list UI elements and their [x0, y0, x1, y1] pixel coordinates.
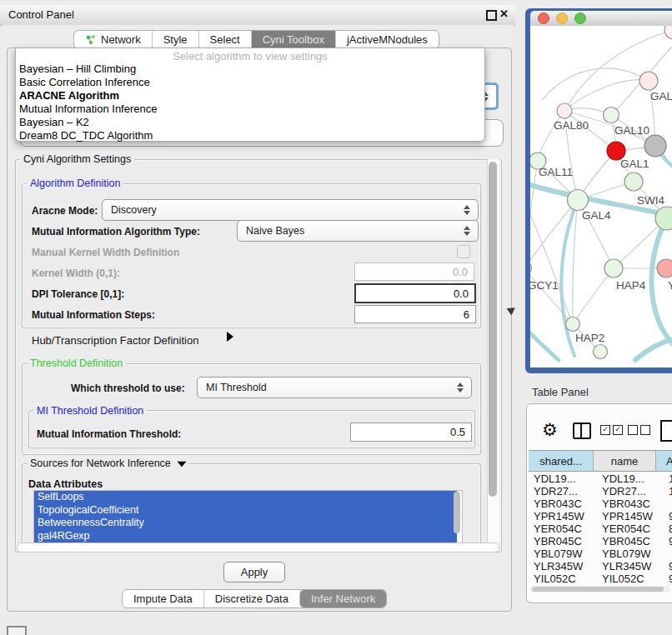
popup-item-bayesian-k2[interactable]: Bayesian – K2 — [19, 116, 478, 129]
data-attributes-list: SelfLoops TopologicalCoefficient Between… — [33, 490, 463, 545]
tab-style[interactable]: Style — [152, 31, 198, 48]
aracne-mode-combo[interactable]: Discovery — [102, 199, 479, 221]
table-row[interactable]: YER054C YER054C 8. — [529, 522, 672, 535]
table-row[interactable]: YBR045C YBR045C 9. — [529, 535, 672, 548]
cell: YBR043C — [529, 498, 597, 510]
tab-select[interactable]: Select — [198, 31, 251, 48]
close-icon[interactable]: ✕ — [499, 8, 509, 20]
label-gal1: GAL1 — [620, 158, 649, 170]
node-gal80[interactable] — [557, 103, 572, 118]
popup-placeholder: Select algorithm to view settings — [16, 50, 484, 62]
unchecked-pair-icon[interactable] — [628, 425, 650, 435]
manual-kernel-checkbox[interactable] — [457, 245, 470, 258]
cell: YER054C — [529, 522, 597, 535]
attr-item-topological[interactable]: TopologicalCoefficient — [34, 504, 457, 518]
node-cut-topright[interactable] — [664, 26, 672, 39]
col-header-name[interactable]: name — [594, 451, 656, 471]
table-row[interactable]: YDL19... YDL19... 13 — [529, 472, 672, 485]
tab-network-label: Network — [101, 33, 141, 46]
table-header-row: shared... name A — [529, 450, 672, 472]
label-gal4: GAL4 — [582, 209, 611, 222]
mi-steps-field[interactable]: 6 — [354, 305, 476, 323]
popup-item-basic-correlation[interactable]: Basic Correlation Inference — [19, 76, 478, 89]
network-window-titlebar[interactable] — [530, 11, 672, 26]
popup-item-aracne[interactable]: ARACNE Algorithm — [19, 89, 478, 102]
node-gcy1[interactable] — [530, 262, 532, 276]
popup-item-bayesian-hill[interactable]: Bayesian – Hill Climbing — [19, 62, 478, 76]
cell: YBL079W — [597, 548, 664, 560]
kernel-width-field[interactable]: 0.0 — [354, 262, 474, 281]
col-header-shared[interactable]: shared... — [529, 451, 594, 471]
unchecked-box-icon — [640, 425, 650, 435]
cell: YIL052C — [597, 572, 664, 583]
cell: 12 — [664, 485, 672, 498]
attr-item-betweenness[interactable]: BetweennessCentrality — [34, 517, 457, 530]
node-gal-pink[interactable] — [639, 72, 658, 90]
tab-cyni-toolbox[interactable]: Cyni Toolbox — [251, 31, 335, 48]
node-hap2[interactable] — [566, 318, 580, 332]
node-labels: GAL GAL80 GAL10 GAL1 GAL11 SWI4 GAL4 GCY… — [530, 90, 672, 344]
cell: YDR27... — [597, 485, 664, 498]
node-gray[interactable] — [644, 135, 666, 157]
table-row[interactable]: YBL079W YBL079W — [529, 548, 672, 560]
mi-threshold-field[interactable]: 0.5 — [350, 422, 472, 442]
label-swi4: SWI4 — [637, 194, 664, 207]
network-icon — [85, 34, 97, 45]
attr-item-selfloops[interactable]: SelfLoops — [34, 491, 457, 504]
table-hscrollbar-thumb[interactable] — [532, 587, 664, 592]
cell: 9. — [664, 510, 672, 522]
table-row[interactable]: YDR27... YDR27... 12 — [529, 485, 672, 498]
table-row[interactable]: YLR345W YLR345W 9. — [529, 560, 672, 572]
control-panel-titlebar — [0, 5, 515, 26]
attr-item-gal4rgexp[interactable]: gal4RGexp — [34, 530, 457, 543]
label-gcy1: GCY1 — [530, 279, 559, 292]
dock-square-icon[interactable] — [7, 626, 27, 635]
cell: 8. — [664, 522, 672, 535]
node-bottom[interactable] — [594, 345, 608, 359]
popup-item-mutual-information[interactable]: Mutual Information Inference — [19, 102, 478, 116]
expand-right-icon[interactable] — [227, 332, 233, 342]
table-row[interactable]: YPR145W YPR145W 9. — [529, 510, 672, 522]
tab-discretize-data[interactable]: Discretize Data — [203, 590, 299, 608]
tab-network[interactable]: Network — [74, 31, 152, 48]
attr-list-vscrollbar-thumb[interactable] — [454, 492, 460, 533]
page-icon[interactable] — [660, 420, 672, 442]
checked-pair-icon[interactable]: ✓ ✓ — [600, 425, 623, 435]
settings-hscrollbar[interactable] — [17, 542, 499, 552]
float-window-icon[interactable] — [486, 10, 497, 21]
mi-type-combo[interactable]: Naive Bayes — [237, 220, 479, 242]
zoom-traffic-light-icon[interactable] — [574, 12, 586, 24]
gear-icon[interactable]: ⚙ — [542, 420, 558, 440]
tab-infer-label: Infer Network — [311, 592, 375, 605]
node-gal4[interactable] — [568, 190, 589, 211]
checked-box-icon: ✓ — [613, 425, 623, 435]
close-traffic-light-icon[interactable] — [538, 12, 549, 24]
table-row[interactable]: YIL052C YIL052C 9 — [529, 572, 672, 583]
node-hap4[interactable] — [604, 259, 623, 278]
collapse-down-icon[interactable] — [178, 462, 187, 467]
col-header-third[interactable]: A — [656, 451, 672, 471]
tab-infer-network[interactable]: Infer Network — [299, 590, 386, 608]
cell: YBR043C — [597, 498, 664, 510]
mi-steps-value: 6 — [464, 308, 469, 321]
dpi-tolerance-field[interactable]: 0.0 — [354, 283, 476, 303]
node-green-mid[interactable] — [624, 172, 643, 191]
tab-impute-data[interactable]: Impute Data — [123, 590, 203, 608]
cell — [664, 548, 672, 560]
node-gal10[interactable] — [604, 108, 619, 123]
cell: YLR345W — [597, 560, 664, 572]
settings-vscrollbar-thumb[interactable] — [489, 162, 497, 497]
tab-jactivemnodules[interactable]: jActiveMNodules — [335, 31, 439, 48]
table-row[interactable]: YBR043C YBR043C — [529, 498, 672, 510]
control-panel-tabbar: Network Style Select Cyni Toolbox jActiv… — [73, 30, 439, 49]
cell: 9. — [664, 560, 672, 572]
network-graph[interactable]: GAL GAL80 GAL10 GAL1 GAL11 SWI4 GAL4 GCY… — [530, 26, 672, 368]
node-salmon[interactable] — [657, 259, 672, 278]
aracne-mode-label: Aracne Mode: — [32, 205, 98, 217]
minimize-traffic-light-icon[interactable] — [556, 12, 568, 24]
columns-icon[interactable] — [573, 422, 591, 439]
which-threshold-combo[interactable]: MI Threshold — [197, 377, 472, 398]
cell: YDL19... — [597, 472, 664, 485]
apply-button[interactable]: Apply — [223, 562, 285, 582]
popup-item-dream8[interactable]: Dream8 DC_TDC Algorithm — [19, 129, 478, 142]
